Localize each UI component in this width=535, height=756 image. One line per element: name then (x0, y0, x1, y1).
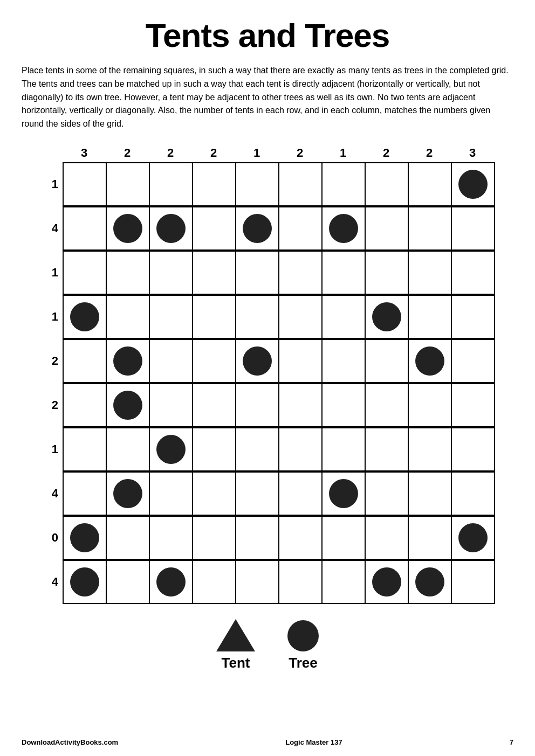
grid-cell[interactable] (64, 517, 107, 560)
grid-cell[interactable] (452, 384, 495, 427)
grid-cell[interactable] (64, 163, 107, 206)
grid-cell[interactable] (409, 428, 452, 471)
grid-cell[interactable] (452, 207, 495, 251)
grid-cell[interactable] (409, 163, 452, 206)
grid-cell[interactable] (107, 207, 150, 251)
grid-cell[interactable] (366, 561, 409, 604)
grid-cell[interactable] (323, 207, 366, 251)
grid-cell[interactable] (323, 473, 366, 516)
grid-cell[interactable] (409, 340, 452, 383)
grid-cell[interactable] (193, 561, 236, 604)
grid-cell[interactable] (409, 207, 452, 251)
grid-cell[interactable] (150, 384, 193, 427)
grid-cell[interactable] (323, 163, 366, 206)
grid-cell[interactable] (452, 340, 495, 383)
grid-cell[interactable] (150, 207, 193, 251)
grid-cell[interactable] (279, 428, 323, 471)
grid-cell[interactable] (366, 340, 409, 383)
grid-cell[interactable] (193, 207, 236, 251)
grid-cell[interactable] (236, 163, 279, 206)
grid-cell[interactable] (236, 340, 279, 383)
grid-cell[interactable] (150, 163, 193, 206)
grid-cell[interactable] (279, 517, 323, 560)
grid-cell[interactable] (366, 296, 409, 339)
grid-cell[interactable] (64, 252, 107, 295)
grid-cell[interactable] (236, 517, 279, 560)
grid-cell[interactable] (64, 473, 107, 516)
grid-cell[interactable] (107, 252, 150, 295)
grid-cell[interactable] (236, 207, 279, 251)
grid-cell[interactable] (452, 517, 495, 560)
grid-cell[interactable] (452, 561, 495, 604)
grid-cell[interactable] (409, 252, 452, 295)
grid-cell[interactable] (150, 473, 193, 516)
grid-cell[interactable] (409, 517, 452, 560)
grid-cell[interactable] (366, 163, 409, 206)
grid-cell[interactable] (366, 428, 409, 471)
grid-cell[interactable] (64, 561, 107, 604)
grid-cell[interactable] (150, 517, 193, 560)
grid-cell[interactable] (279, 473, 323, 516)
grid-cell[interactable] (150, 252, 193, 295)
grid-cell[interactable] (150, 340, 193, 383)
grid-cell[interactable] (107, 340, 150, 383)
grid-cell[interactable] (452, 252, 495, 295)
grid-cell[interactable] (193, 340, 236, 383)
grid-cell[interactable] (107, 428, 150, 471)
grid-cell[interactable] (107, 561, 150, 604)
grid-cell[interactable] (193, 473, 236, 516)
grid-cell[interactable] (452, 473, 495, 516)
grid-cell[interactable] (323, 252, 366, 295)
grid-cell[interactable] (279, 384, 323, 427)
grid-cell[interactable] (193, 296, 236, 339)
grid-cell[interactable] (452, 296, 495, 339)
grid-cell[interactable] (64, 428, 107, 471)
grid-cell[interactable] (409, 473, 452, 516)
grid-cell[interactable] (236, 473, 279, 516)
grid-cell[interactable] (236, 428, 279, 471)
grid-cell[interactable] (193, 163, 236, 206)
grid-cell[interactable] (366, 384, 409, 427)
grid-cell[interactable] (236, 252, 279, 295)
grid-cell[interactable] (323, 384, 366, 427)
grid-cell[interactable] (279, 561, 323, 604)
grid-cell[interactable] (107, 163, 150, 206)
grid-cell[interactable] (107, 384, 150, 427)
grid-cell[interactable] (150, 428, 193, 471)
grid-cell[interactable] (279, 340, 323, 383)
grid-cell[interactable] (236, 561, 279, 604)
grid-cell[interactable] (193, 428, 236, 471)
grid-cell[interactable] (366, 517, 409, 560)
grid-cell[interactable] (107, 473, 150, 516)
grid-cell[interactable] (107, 296, 150, 339)
grid-cell[interactable] (409, 296, 452, 339)
grid-cell[interactable] (323, 517, 366, 560)
grid-cell[interactable] (193, 252, 236, 295)
grid-cell[interactable] (366, 252, 409, 295)
grid-cell[interactable] (279, 207, 323, 251)
grid-cell[interactable] (193, 517, 236, 560)
grid-cell[interactable] (64, 384, 107, 427)
grid-cell[interactable] (323, 428, 366, 471)
grid-cell[interactable] (64, 207, 107, 251)
grid-cell[interactable] (236, 384, 279, 427)
grid-cell[interactable] (150, 296, 193, 339)
grid-cell[interactable] (150, 561, 193, 604)
grid-cell[interactable] (323, 561, 366, 604)
grid-cell[interactable] (236, 296, 279, 339)
grid-cell[interactable] (193, 384, 236, 427)
grid-cell[interactable] (452, 163, 495, 206)
grid-cell[interactable] (279, 163, 323, 206)
grid-cell[interactable] (452, 428, 495, 471)
grid-cell[interactable] (64, 340, 107, 383)
grid-cell[interactable] (366, 473, 409, 516)
grid-cell[interactable] (409, 384, 452, 427)
grid-cell[interactable] (409, 561, 452, 604)
grid-cell[interactable] (279, 252, 323, 295)
grid-cell[interactable] (279, 296, 323, 339)
grid-cell[interactable] (323, 296, 366, 339)
grid-cell[interactable] (323, 340, 366, 383)
grid-cell[interactable] (64, 296, 107, 339)
grid-cell[interactable] (366, 207, 409, 251)
grid-cell[interactable] (107, 517, 150, 560)
